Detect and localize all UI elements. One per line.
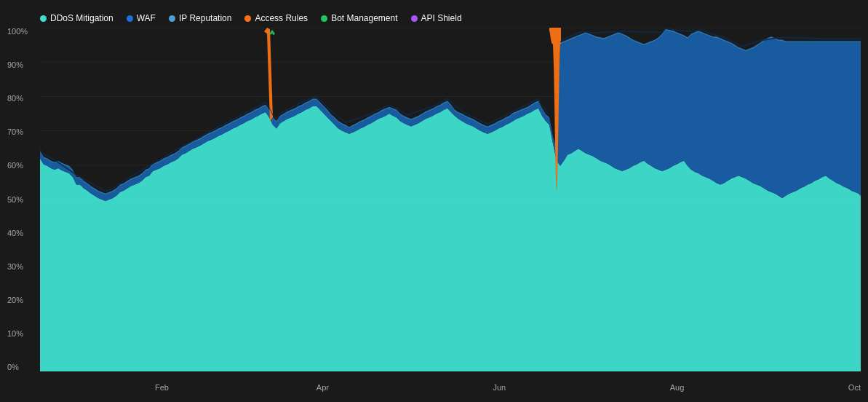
bot-label: Bot Management (331, 13, 397, 23)
y-label-60: 60% (7, 162, 28, 170)
x-axis: Feb Apr Jun Aug Oct (40, 383, 861, 392)
x-label-feb: Feb (155, 383, 169, 392)
y-label-40: 40% (7, 229, 28, 237)
legend-item-ip: IP Reputation (169, 13, 232, 23)
waf-label: WAF (137, 13, 156, 23)
legend-item-waf: WAF (127, 13, 156, 23)
y-label-30: 30% (7, 263, 28, 271)
chart-svg (40, 28, 861, 371)
api-dot (411, 15, 418, 22)
y-label-20: 20% (7, 296, 28, 304)
y-label-100: 100% (7, 28, 28, 36)
y-label-80: 80% (7, 95, 28, 103)
x-label-jun: Jun (493, 383, 506, 392)
y-label-10: 10% (7, 330, 28, 338)
y-label-90: 90% (7, 61, 28, 69)
waf-dot (127, 15, 133, 22)
x-label-apr: Apr (316, 383, 329, 392)
bot-management-area (269, 30, 275, 35)
y-label-0: 0% (7, 363, 28, 371)
ip-label: IP Reputation (179, 13, 232, 23)
bot-dot (321, 15, 327, 22)
ddos-label: DDoS Mitigation (50, 13, 114, 23)
access-dot (244, 15, 251, 22)
chart-container: DDoS Mitigation WAF IP Reputation Access… (0, 0, 868, 402)
access-label: Access Rules (255, 13, 308, 23)
ip-dot (169, 15, 175, 22)
chart-area: 0% 10% 20% 30% 40% 50% 60% 70% 80% 90% 1… (40, 28, 861, 371)
y-axis: 0% 10% 20% 30% 40% 50% 60% 70% 80% 90% 1… (7, 28, 28, 371)
x-label-aug: Aug (670, 383, 685, 392)
ddos-dot (40, 15, 47, 22)
legend-item-ddos: DDoS Mitigation (40, 13, 114, 23)
chart-legend: DDoS Mitigation WAF IP Reputation Access… (40, 7, 861, 28)
legend-item-bot: Bot Management (321, 13, 397, 23)
x-label-oct: Oct (848, 383, 861, 392)
y-label-70: 70% (7, 128, 28, 136)
y-label-50: 50% (7, 196, 28, 204)
legend-item-api: API Shield (411, 13, 462, 23)
api-label: API Shield (421, 13, 462, 23)
legend-item-access: Access Rules (244, 13, 308, 23)
